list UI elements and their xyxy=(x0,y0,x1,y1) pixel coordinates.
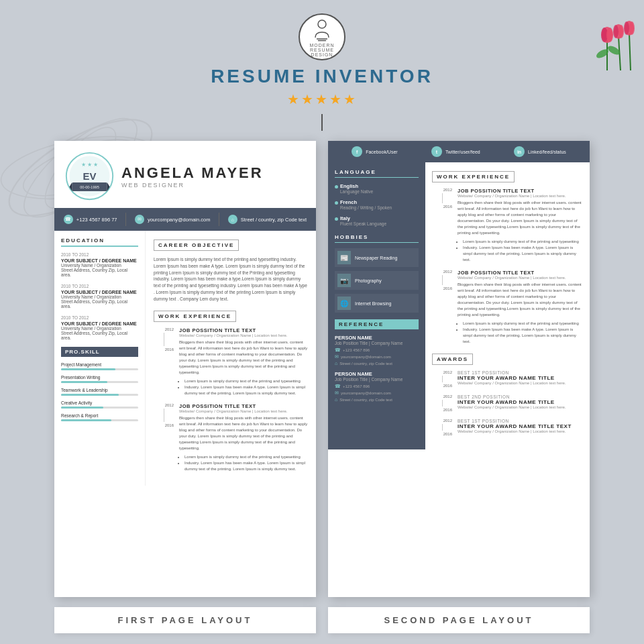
reference-section: REFERENCE PERSON NAME Job Position Title… xyxy=(335,319,419,402)
page1-right-col: CAREER OBJECTIVE Lorem Ipsum is simply d… xyxy=(145,231,316,486)
svg-text:★ ★ ★: ★ ★ ★ xyxy=(81,162,98,168)
bullet: Lorem Ipsum is simply dummy text of the … xyxy=(463,321,583,327)
svg-line-16 xyxy=(629,34,631,70)
p2-work-entry-2: 2012 2016 JOB POSSITION TITLE TEXT Websi… xyxy=(432,270,583,345)
page2-right-col: WORK EXPERIENCE 2012 2016 JOB POSSITION … xyxy=(425,162,590,449)
work-bullets-1: Lorem Ipsum is simply dummy text of the … xyxy=(179,378,308,396)
page2-left-col: LANGUAGE English Language Native French … xyxy=(328,162,425,449)
skill-project-management: Project Management xyxy=(61,362,138,370)
svg-point-21 xyxy=(606,28,613,42)
ref-item-2: PERSON NAME Job Position Title | Company… xyxy=(335,371,419,402)
work-content-2: JOB POSSITION TITLE TEXT Website/ Compan… xyxy=(179,403,308,472)
p2-work-title: WORK EXPERIENCE xyxy=(432,171,515,182)
page2-social-bar: f Facebook/User t Twitter/user/feed in L… xyxy=(328,141,590,162)
award-date-1: 2012 2016 xyxy=(432,370,452,388)
phone-icon: ☎ xyxy=(64,215,73,224)
p2-work-content-1: JOB POSSITION TITLE TEXT Website/ Compan… xyxy=(458,188,583,263)
award-content-1: BEST 1st POSSITION INTER YOUR AWARD NAME… xyxy=(458,370,566,388)
footer: FIRST PAGE LAYOUT SECOND PAGE LAYOUT xyxy=(0,597,644,643)
email-icon: ✉ xyxy=(135,215,144,224)
photography-icon: 📷 xyxy=(337,274,351,287)
ref-phone-icon2: ☎ xyxy=(335,384,341,389)
awards-section-title: AWARDS xyxy=(432,354,473,365)
bullet: Lorem Ipsum is simply dummy text of the … xyxy=(184,454,308,460)
ref-email-icon2: ✉ xyxy=(335,390,339,396)
social-facebook: f Facebook/User xyxy=(352,146,397,157)
hobby-photography: 📷 Photography xyxy=(335,271,419,290)
contact-separator2 xyxy=(219,213,219,226)
ref-phone-icon: ☎ xyxy=(335,347,341,353)
ev-badge: ★ ★ ★ EV 00-00-1995 xyxy=(64,151,115,201)
p2-work-date-1: 2012 2016 xyxy=(432,188,452,263)
facebook-icon: f xyxy=(352,146,362,157)
education-section-title: EDUCATION xyxy=(61,237,138,247)
page1-resume: ★ ★ ★ EV 00-00-1995 ANGELA MAYER WEB DES… xyxy=(54,141,316,597)
internet-icon: 🌐 xyxy=(337,297,351,310)
contact-email: ✉ yourcompany@domain.com xyxy=(135,215,211,224)
header: Modern Resume Design RESUME INVENTOR ★★★… xyxy=(0,0,644,131)
svg-text:00-00-1995: 00-00-1995 xyxy=(80,185,99,189)
language-section-title: LANGUAGE xyxy=(335,169,419,178)
work-entry-2: 2012 2016 JOB POSSITION TITLE TEXT Websi… xyxy=(154,403,308,472)
lang-italy: Italy Fluent Speak Language xyxy=(335,215,419,226)
main-content: ★ ★ ★ EV 00-00-1995 ANGELA MAYER WEB DES… xyxy=(0,141,644,597)
page2-footer-label-box: SECOND PAGE LAYOUT xyxy=(328,607,590,633)
applicant-name: ANGELA MAYER xyxy=(121,164,264,182)
lang-english: English Language Native xyxy=(335,183,419,194)
name-section: ANGELA MAYER WEB DESIGNER xyxy=(121,164,264,189)
work-bullets-2: Lorem Ipsum is simply dummy text of the … xyxy=(179,454,308,472)
bullet: Lorem Ipsum is simply dummy text of the … xyxy=(463,239,583,245)
social-linkedin: in Linked/feed/status xyxy=(514,146,566,157)
bullet: Industry. Lorem Ipsum has been make A ty… xyxy=(463,327,583,345)
bullet: Industry. Lorem Ipsum has been make A ty… xyxy=(184,460,308,472)
reference-title: REFERENCE xyxy=(335,319,419,329)
svg-point-24 xyxy=(619,25,624,38)
bullet: Industry. Lorem Ipsum has been make A ty… xyxy=(184,384,308,396)
skill-teamwork: Teamwork & Leadership xyxy=(61,388,138,396)
page2-body: LANGUAGE English Language Native French … xyxy=(328,162,590,449)
work-entry-1: 2012 2016 JOB POSSITION TITLE TEXT Websi… xyxy=(154,327,308,396)
p2-work-content-2: JOB POSSITION TITLE TEXT Website/ Compan… xyxy=(458,270,583,345)
ref-address-icon: ⌂ xyxy=(335,361,337,366)
contact-separator xyxy=(125,213,126,226)
contact-phone: ☎ +123 4567 896 77 xyxy=(64,215,117,224)
address-icon: ⌂ xyxy=(228,215,237,224)
ref-email-icon: ✉ xyxy=(335,354,339,360)
award-entry-1: 2012 2016 BEST 1st POSSITION INTER YOUR … xyxy=(432,370,583,388)
svg-point-23 xyxy=(613,25,619,38)
svg-point-28 xyxy=(318,20,326,28)
svg-text:EV: EV xyxy=(83,170,96,182)
award-entry-3: 2012 2016 BEST 1st POSSITION INTER YOUR … xyxy=(432,419,583,436)
award-entry-2: 2012 2016 BEST 2nd POSSITION INTER YOUR … xyxy=(432,394,583,412)
brand-title: RESUME INVENTOR xyxy=(0,66,644,87)
edu-item-3: 2010 TO 2012 YOUR SUBJECT / DEGREE NAME … xyxy=(61,315,138,340)
p2-bullets-1: Lorem Ipsum is simply dummy text of the … xyxy=(458,239,583,263)
bullet: Lorem Ipsum is simply dummy text of the … xyxy=(184,378,308,384)
edu-item-1: 2010 TO 2012 YOUR SUBJECT / DEGREE NAME … xyxy=(61,252,138,277)
work-content-1: JOB POSSITION TITLE TEXT Website/ Compan… xyxy=(179,327,308,396)
page1-body: EDUCATION 2010 TO 2012 YOUR SUBJECT / DE… xyxy=(54,231,316,486)
bullet: Industry. Lorem Ipsum has been make A ty… xyxy=(463,245,583,263)
skill-presentation: Presentation Writing xyxy=(61,375,138,383)
applicant-title: WEB DESIGNER xyxy=(121,182,264,189)
edu-item-2: 2010 TO 2012 YOUR SUBJECT / DEGREE NAME … xyxy=(61,284,138,309)
p2-work-entry-1: 2012 2016 JOB POSSITION TITLE TEXT Websi… xyxy=(432,188,583,263)
career-text: Lorem Ipsum is simply dummy text of the … xyxy=(154,256,308,302)
hobby-newspaper: 📰 Newspaper Reading xyxy=(335,248,419,267)
page1-header: ★ ★ ★ EV 00-00-1995 ANGELA MAYER WEB DES… xyxy=(54,141,316,208)
work-date-col: 2012 2016 xyxy=(154,327,174,396)
page1-footer-label-box: FIRST PAGE LAYOUT xyxy=(54,607,316,633)
page1-left-col: EDUCATION 2010 TO 2012 YOUR SUBJECT / DE… xyxy=(54,231,145,486)
skill-research: Research & Report xyxy=(61,413,138,421)
page2-resume: f Facebook/User t Twitter/user/feed in L… xyxy=(328,141,590,597)
lang-french: French Reading / Writing / Spoken xyxy=(335,199,419,210)
rating-stars: ★★★★★ xyxy=(0,91,644,107)
award-content-2: BEST 2nd POSSITION INTER YOUR AWARD NAME… xyxy=(458,394,566,412)
career-section-title: CAREER OBJECTIVE xyxy=(154,239,239,251)
svg-point-27 xyxy=(629,21,635,35)
tulip-decoration xyxy=(570,0,644,74)
logo-tagline: Modern Resume Design xyxy=(300,43,344,57)
twitter-icon: t xyxy=(431,146,442,157)
work-section-title: WORK EXPERIENCE xyxy=(154,311,236,322)
social-twitter: t Twitter/user/feed xyxy=(431,146,480,157)
